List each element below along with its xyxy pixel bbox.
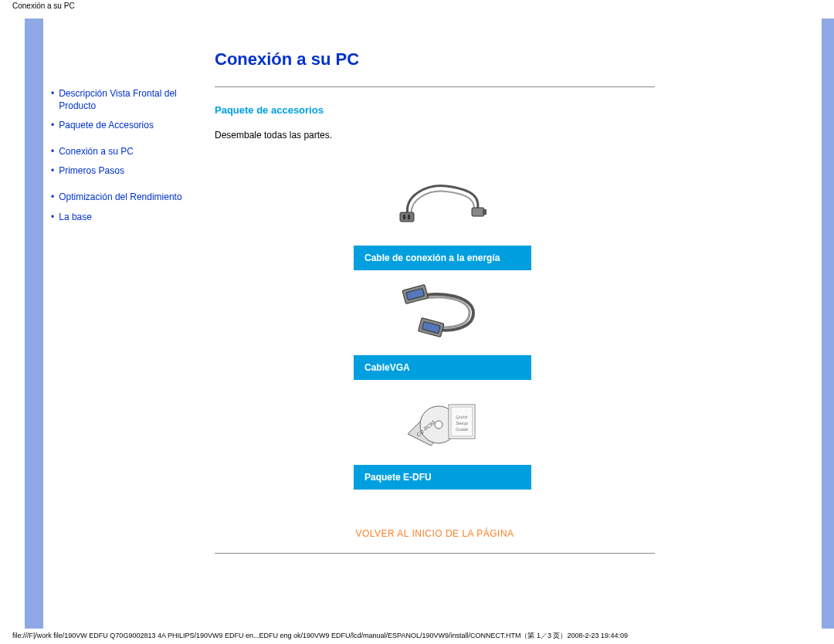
- bullet-icon: •: [51, 192, 54, 202]
- sidebar-item-la-base[interactable]: • La base: [51, 212, 207, 224]
- svg-rect-4: [483, 209, 486, 215]
- accessory-label: Paquete E-DFU: [354, 465, 531, 490]
- left-accent-bar: [25, 19, 43, 629]
- sidebar-label: Paquete de Accesorios: [59, 120, 154, 132]
- sidebar-label: Optimización del Rendimiento: [59, 192, 181, 204]
- svg-rect-1: [403, 215, 405, 219]
- accessory-label: Cable de conexión a la energía: [354, 246, 531, 270]
- divider: [215, 553, 655, 554]
- body-text: Desembale todas las partes.: [215, 130, 803, 141]
- accessory-vga-cable: CableVGA: [354, 270, 531, 380]
- accessory-table: Cable de conexión a la energía: [354, 161, 531, 490]
- svg-text:Quick: Quick: [456, 415, 468, 419]
- bullet-icon: •: [51, 146, 54, 157]
- svg-rect-0: [400, 212, 414, 222]
- svg-point-10: [435, 421, 442, 429]
- accessory-label: CableVGA: [354, 355, 531, 380]
- sidebar-label: Conexión a su PC: [59, 146, 134, 158]
- bullet-icon: •: [51, 165, 54, 176]
- svg-text:Guide: Guide: [456, 427, 469, 432]
- sidebar-item-paquete-accesorios[interactable]: • Paquete de Accesorios: [51, 120, 207, 132]
- bullet-icon: •: [51, 88, 54, 99]
- svg-rect-2: [408, 215, 410, 219]
- main-content: Conexión a su PC Paquete de accesorios D…: [215, 19, 834, 629]
- page-header-title: Conexión a su PC: [12, 2, 75, 10]
- sidebar-label: La base: [59, 212, 92, 224]
- edfu-package-illustration: CD-ROM Quick Setup Guide: [354, 380, 531, 465]
- section-heading: Paquete de accesorios: [215, 104, 803, 116]
- bullet-icon: •: [51, 212, 54, 222]
- svg-rect-3: [472, 208, 484, 216]
- back-to-top-container: VOLVER AL INICIO DE LA PÁGINA: [215, 528, 655, 539]
- accessory-power-cable: Cable de conexión a la energía: [354, 161, 531, 270]
- right-accent-bar: [822, 19, 834, 629]
- footer-path: file:///F|/work file/190VW EDFU Q70G9002…: [12, 631, 628, 641]
- vga-cable-illustration: [354, 270, 531, 355]
- sidebar-label: Descripción Vista Frontal del Producto: [59, 88, 207, 112]
- sidebar-label: Primeros Pasos: [59, 165, 124, 178]
- back-to-top-link[interactable]: VOLVER AL INICIO DE LA PÁGINA: [355, 528, 514, 539]
- sidebar-item-descripcion[interactable]: • Descripción Vista Frontal del Producto: [51, 88, 207, 112]
- accessory-edfu-package: CD-ROM Quick Setup Guide Paquete E-DFU: [354, 380, 531, 490]
- sidebar-item-optimizacion[interactable]: • Optimización del Rendimiento: [51, 192, 207, 204]
- bullet-icon: •: [51, 120, 54, 130]
- divider: [215, 86, 655, 87]
- svg-text:Setup: Setup: [456, 421, 468, 425]
- sidebar-item-primeros-pasos[interactable]: • Primeros Pasos: [51, 165, 207, 178]
- sidebar-nav: • Descripción Vista Frontal del Producto…: [43, 19, 215, 629]
- sidebar-item-conexion[interactable]: • Conexión a su PC: [51, 146, 207, 158]
- power-cable-illustration: [354, 161, 531, 246]
- page-title: Conexión a su PC: [215, 49, 803, 69]
